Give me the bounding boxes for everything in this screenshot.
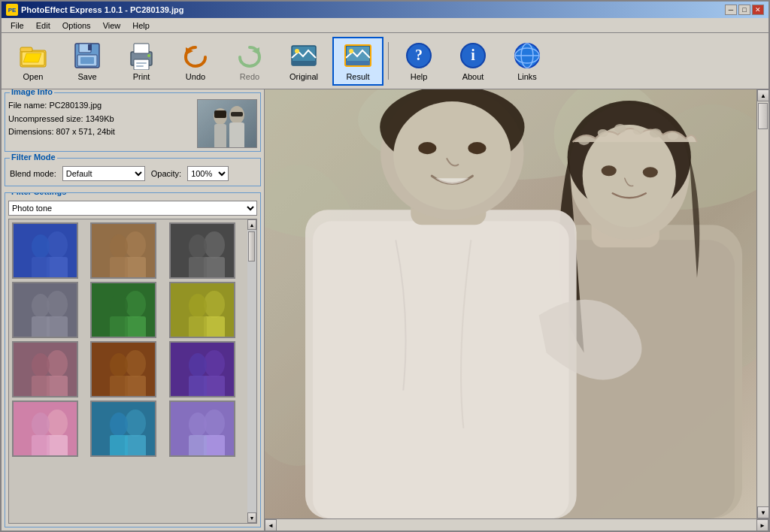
opacity-select[interactable]: 100% 75% 50% 25% bbox=[187, 166, 229, 181]
redo-button[interactable]: Redo bbox=[224, 37, 275, 86]
minimize-button[interactable]: ─ bbox=[725, 5, 737, 15]
open-button[interactable]: Open bbox=[8, 37, 59, 86]
about-label: About bbox=[462, 72, 484, 81]
filter-settings-title: Filter Settings bbox=[10, 192, 68, 196]
help-button[interactable]: ? Help bbox=[393, 37, 444, 86]
undo-button[interactable]: Undo bbox=[170, 37, 221, 86]
scroll-left-button[interactable]: ◄ bbox=[265, 519, 277, 530]
svg-rect-57 bbox=[171, 224, 235, 279]
svg-rect-1 bbox=[20, 47, 32, 52]
original-label: Original bbox=[290, 72, 318, 81]
filter-mode-section: Filter Mode Blend mode: Default Normal M… bbox=[5, 158, 261, 186]
folder-open-icon bbox=[18, 41, 48, 71]
filter-thumb-7[interactable] bbox=[12, 341, 78, 397]
thumbnail-inner bbox=[198, 100, 256, 147]
help-label: Help bbox=[411, 72, 428, 81]
left-panel: Image Info File name: PC280139.jpg Uncom… bbox=[2, 89, 265, 530]
filter-type-select[interactable]: Photo tone Aged photo Sepia Blue tone Gr… bbox=[8, 201, 257, 216]
print-label: Print bbox=[133, 72, 150, 81]
dimensions-row: Dimensions: 807 x 571, 24bit bbox=[8, 125, 192, 139]
scroll-right-button[interactable]: ► bbox=[756, 519, 768, 530]
filter-scroll-track bbox=[247, 230, 256, 512]
svg-rect-103 bbox=[92, 402, 156, 457]
filename-label: File name: bbox=[8, 101, 47, 110]
undo-label: Undo bbox=[186, 72, 205, 81]
svg-rect-51 bbox=[92, 224, 156, 279]
scroll-down-button[interactable]: ▼ bbox=[757, 506, 768, 518]
image-info-section: Image Info File name: PC280139.jpg Uncom… bbox=[5, 92, 261, 152]
svg-rect-77 bbox=[47, 376, 68, 397]
filter-mode-title: Filter Mode bbox=[10, 153, 57, 162]
filter-thumb-4[interactable] bbox=[12, 282, 78, 338]
menu-view[interactable]: View bbox=[97, 20, 127, 32]
svg-rect-109 bbox=[171, 402, 235, 457]
filter-grid-wrapper: ▲ ▼ bbox=[8, 219, 257, 524]
h-scroll-track bbox=[277, 519, 756, 530]
svg-rect-5 bbox=[88, 44, 92, 50]
menu-options[interactable]: Options bbox=[56, 20, 97, 32]
filename-value: PC280139.jpg bbox=[49, 101, 102, 110]
filter-thumb-9[interactable] bbox=[169, 341, 235, 397]
filter-thumb-10[interactable] bbox=[12, 401, 78, 457]
svg-rect-60 bbox=[47, 316, 68, 338]
svg-rect-12 bbox=[136, 65, 144, 67]
filter-thumb-8[interactable] bbox=[90, 341, 156, 397]
filter-thumb-3[interactable] bbox=[169, 222, 235, 279]
result-icon bbox=[343, 41, 373, 71]
menu-help[interactable]: Help bbox=[126, 20, 156, 32]
right-panel-inner: ▲ ▼ bbox=[265, 89, 768, 518]
save-button[interactable]: Save bbox=[62, 37, 113, 86]
scroll-up-button[interactable]: ▲ bbox=[757, 89, 768, 101]
dimensions-label: Dimensions: bbox=[8, 127, 54, 136]
filter-scroll-down-button[interactable]: ▼ bbox=[247, 512, 256, 523]
filter-grid-scrollbar: ▲ ▼ bbox=[247, 219, 256, 523]
svg-rect-45 bbox=[14, 224, 78, 279]
svg-rect-10 bbox=[134, 59, 149, 70]
right-panel-wrapper: ▲ ▼ ◄ ► bbox=[265, 89, 768, 530]
app-icon: PE bbox=[6, 4, 18, 16]
result-button[interactable]: Result bbox=[332, 37, 383, 86]
svg-rect-91 bbox=[171, 343, 235, 397]
svg-rect-39 bbox=[198, 100, 257, 148]
size-row: Uncompressed size: 1349Kb bbox=[8, 113, 192, 126]
about-button[interactable]: i About bbox=[447, 37, 499, 86]
filter-thumb-2[interactable] bbox=[90, 222, 156, 279]
svg-text:i: i bbox=[471, 47, 475, 63]
image-info-title: Image Info bbox=[10, 89, 54, 96]
window-controls: ─ □ ✕ bbox=[725, 5, 764, 15]
filter-settings-section: Filter Settings Photo tone Aged photo Se… bbox=[5, 192, 261, 527]
blend-mode-select[interactable]: Default Normal Multiply Screen Overlay bbox=[62, 166, 145, 181]
print-icon bbox=[126, 41, 156, 71]
image-thumbnail bbox=[197, 99, 257, 148]
menu-file[interactable]: File bbox=[5, 20, 30, 32]
maximize-button[interactable]: □ bbox=[738, 5, 750, 15]
original-button[interactable]: Original bbox=[278, 37, 329, 86]
opacity-label: Opacity: bbox=[151, 169, 181, 178]
redo-label: Redo bbox=[240, 72, 259, 81]
window-title: PhotoEffect Express 1.0.1 - PC280139.jpg bbox=[21, 5, 183, 14]
title-bar: PE PhotoEffect Express 1.0.1 - PC280139.… bbox=[2, 2, 768, 18]
filter-scroll-up-button[interactable]: ▲ bbox=[247, 219, 256, 230]
filter-thumb-5[interactable] bbox=[90, 282, 156, 338]
svg-point-20 bbox=[349, 49, 353, 53]
filter-dropdown-row: Photo tone Aged photo Sepia Blue tone Gr… bbox=[8, 201, 257, 216]
svg-point-59 bbox=[47, 291, 68, 318]
close-button[interactable]: ✕ bbox=[752, 5, 764, 15]
filter-thumb-11[interactable] bbox=[90, 401, 156, 457]
scroll-thumb[interactable] bbox=[758, 103, 768, 129]
filter-scroll-thumb[interactable] bbox=[248, 231, 255, 261]
toolbar: Open Save bbox=[2, 33, 768, 89]
links-icon bbox=[512, 41, 542, 71]
filter-thumb-12[interactable] bbox=[169, 401, 235, 457]
svg-point-76 bbox=[47, 350, 68, 377]
print-button[interactable]: Print bbox=[116, 37, 167, 86]
links-button[interactable]: Links bbox=[502, 37, 553, 86]
filter-grid-inner bbox=[9, 219, 247, 523]
main-image-panel bbox=[265, 89, 756, 518]
scroll-track bbox=[757, 101, 768, 506]
main-image-svg bbox=[265, 89, 756, 518]
filter-thumb-6[interactable] bbox=[169, 282, 235, 338]
menu-edit[interactable]: Edit bbox=[30, 20, 56, 32]
svg-rect-97 bbox=[14, 402, 78, 457]
filter-thumb-1[interactable] bbox=[12, 222, 78, 279]
